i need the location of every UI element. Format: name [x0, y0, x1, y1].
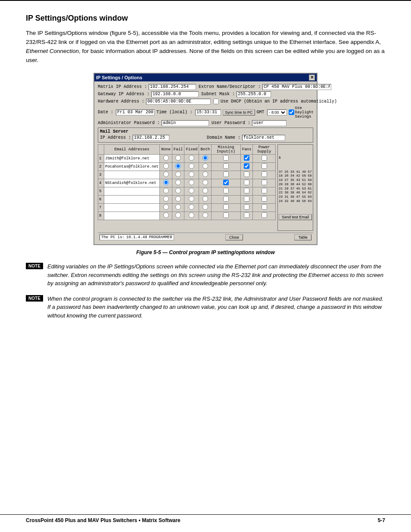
table-row: 5: [98, 187, 276, 195]
email-table-wrapper: Email Addresses None Fail Fixed Both Mis…: [98, 144, 276, 231]
table-row: 3: [98, 171, 276, 179]
check-power: [253, 195, 276, 203]
extron-name-input[interactable]: [262, 84, 331, 90]
dhcp-checkbox[interactable]: [213, 99, 219, 104]
note-block-2: NOTE When the control program is connect…: [26, 295, 385, 320]
check-power: [253, 212, 276, 220]
time-input[interactable]: [195, 109, 221, 115]
col-power: Power Supply: [253, 144, 276, 154]
dialog-close-button[interactable]: ✕: [309, 75, 315, 81]
check-power: [253, 154, 276, 162]
gateway-ip-field: Gateway IP Address :: [98, 91, 199, 97]
check-missing: [212, 154, 241, 162]
check-missing: [212, 162, 241, 171]
check-fans: [240, 195, 253, 203]
radio-none: [160, 171, 172, 179]
matrix-ip-input[interactable]: [149, 84, 196, 90]
check-fans: [240, 203, 253, 212]
row-num: 4: [98, 179, 104, 187]
subnet-mask-input[interactable]: [237, 91, 271, 97]
email-addr: NStandish@folklore.net: [104, 179, 160, 187]
hardware-addr-label: Hardware Address :: [98, 99, 144, 104]
gateway-ip-input[interactable]: [151, 91, 199, 97]
gateway-ip-label: Gateway IP Address :: [98, 92, 149, 96]
footer-pc-label: The PC is:: [101, 235, 125, 240]
figure-caption: Figure 5-5 — Control program IP setting/…: [26, 249, 385, 255]
mail-ip-input[interactable]: [133, 135, 169, 141]
radio-fail: [172, 162, 184, 171]
footer-info: The PC is: 10.1.4.48 PROGRAMMER: [100, 234, 174, 240]
send-test-email-button[interactable]: Send test Email: [279, 214, 312, 220]
table-row: 8: [98, 212, 276, 220]
table-row: 1 JSmith@folklore.net: [98, 154, 276, 162]
col-fans: Fans: [240, 144, 253, 154]
dialog-wrapper: IP Settings / Options ✕ Matrix IP Addres…: [93, 73, 318, 246]
user-pwd-input[interactable]: [252, 120, 286, 126]
check-fans: [240, 212, 253, 220]
col-none: None: [160, 144, 172, 154]
sync-time-button[interactable]: Sync time to PC: [223, 109, 255, 115]
table-row: 6: [98, 195, 276, 203]
admin-pwd-label: Administrator Password :: [98, 121, 160, 125]
radio-both: [199, 212, 212, 220]
check-missing: [212, 212, 241, 220]
radio-fixed: [184, 195, 199, 203]
matrix-ip-field: Matrix IP Address :: [98, 84, 196, 90]
radio-both: [199, 171, 212, 179]
hardware-addr-input[interactable]: [146, 99, 211, 105]
admin-pwd-field: Administrator Password :: [98, 120, 209, 126]
check-missing: [212, 203, 241, 212]
domain-input[interactable]: [242, 135, 285, 141]
radio-none: [160, 179, 172, 187]
close-button[interactable]: Close: [225, 234, 243, 240]
radio-none: [160, 154, 172, 162]
radio-none: [160, 162, 172, 171]
email-addr: JSmith@folklore.net: [104, 154, 160, 162]
table-row: 7: [98, 203, 276, 212]
email-section: Email Addresses None Fail Fixed Both Mis…: [98, 144, 313, 231]
row-num: 6: [98, 195, 104, 203]
hardware-addr-field: Hardware Address :: [98, 99, 211, 105]
radio-fixed: [184, 187, 199, 195]
footer-left: CrossPoint 450 Plus and MAV Plus Switche…: [26, 517, 181, 523]
matrix-ip-label: Matrix IP Address :: [98, 84, 147, 89]
daylight-label: Use Daylight Savings: [295, 106, 314, 119]
dialog-title: IP Settings / Options: [96, 75, 142, 80]
radio-both: [199, 195, 212, 203]
mail-server-fields: IP Address : Domain Name :: [100, 135, 311, 141]
footer-right: 5-7: [378, 517, 385, 523]
radio-fail: [172, 195, 184, 203]
col-email: Email Addresses: [104, 144, 160, 154]
mail-server-group: Mail Server IP Address : Domain Name :: [98, 128, 313, 143]
domain-label: Domain Name :: [207, 135, 240, 140]
note-badge-1: NOTE: [26, 263, 43, 269]
col-fail: Fail: [172, 144, 184, 154]
email-addr: [104, 212, 160, 220]
page-container: IP Settings/Options window The IP Settin…: [0, 0, 411, 532]
table-row: 4 NStandish@folklore.net: [98, 179, 276, 187]
row-num: 1: [98, 154, 104, 162]
email-addr: [104, 203, 160, 212]
domain-field: Domain Name :: [207, 135, 311, 141]
radio-fixed: [184, 203, 199, 212]
radio-fail: [172, 154, 184, 162]
radio-fail: [172, 203, 184, 212]
radio-fixed: [184, 154, 199, 162]
row-hardware-addr: Hardware Address : Use DHCP (Obtain an I…: [98, 99, 313, 105]
email-addr: [104, 195, 160, 203]
email-table: Email Addresses None Fail Fixed Both Mis…: [98, 144, 276, 220]
gmt-select[interactable]: - 8:00: [267, 109, 287, 115]
content-area: IP Settings/Options window The IP Settin…: [0, 1, 411, 344]
page-footer: CrossPoint 450 Plus and MAV Plus Switche…: [0, 514, 411, 523]
table-button[interactable]: Table: [294, 234, 311, 240]
user-pwd-field: User Password :: [212, 120, 313, 126]
row-num: 3: [98, 171, 104, 179]
dialog-titlebar: IP Settings / Options ✕: [94, 74, 317, 81]
admin-pwd-input[interactable]: [162, 120, 209, 126]
radio-none: [160, 212, 172, 220]
check-power: [253, 187, 276, 195]
daylight-checkbox[interactable]: [289, 109, 294, 115]
date-input[interactable]: [116, 109, 155, 115]
check-missing: [212, 187, 241, 195]
row-passwords: Administrator Password : User Password :: [98, 120, 313, 126]
